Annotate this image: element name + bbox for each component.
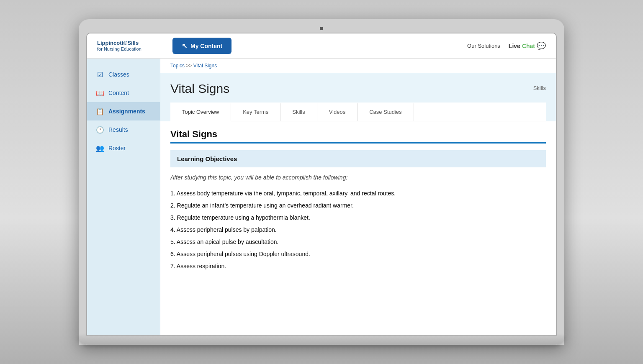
learning-objectives-title: Learning Objectives — [177, 155, 539, 162]
sidebar-item-assignments-label: Assignments — [108, 108, 145, 115]
breadcrumb-separator: >> — [186, 63, 192, 69]
learning-objectives-box: Learning Objectives — [170, 150, 546, 167]
my-content-button[interactable]: ↖ My Content — [172, 38, 231, 54]
content-icon: 📖 — [96, 89, 104, 97]
sidebar-item-roster[interactable]: 👥 Roster — [87, 139, 160, 157]
logo-title: Lippincott®Sills — [97, 40, 164, 46]
sidebar-item-roster-label: Roster — [108, 145, 126, 151]
sidebar-item-results-label: Results — [108, 126, 128, 133]
livechat-live: Live — [509, 43, 520, 49]
sidebar-item-content-label: Content — [108, 90, 129, 96]
tab-case-studies[interactable]: Case Studies — [358, 103, 414, 121]
logo: Lippincott®Sills for Nursing Education — [97, 40, 164, 52]
tab-skills[interactable]: Skills — [280, 103, 317, 121]
list-item: 4. Assess peripheral pulses by palpation… — [170, 224, 546, 236]
sidebar-item-assignments[interactable]: 📋 Assignments — [87, 102, 160, 120]
tab-topic-overview[interactable]: Topic Overview — [170, 103, 231, 121]
roster-icon: 👥 — [96, 144, 104, 152]
topic-content: Vital Signs Learning Objectives After st… — [160, 121, 556, 282]
livechat-icon: 💬 — [537, 41, 546, 51]
sidebar-item-content[interactable]: 📖 Content — [87, 84, 160, 102]
list-item: 3. Regulate temperature using a hypother… — [170, 212, 546, 224]
objectives-list: 1. Assess body temperature via the oral,… — [170, 187, 546, 272]
assignments-icon: 📋 — [96, 107, 104, 115]
sidebar-item-classes[interactable]: ☑ Classes — [87, 65, 160, 84]
header: Lippincott®Sills for Nursing Education ↖… — [87, 33, 556, 59]
main-body: ☑ Classes 📖 Content 📋 Assignments 🕐 Resu… — [87, 59, 556, 335]
classes-icon: ☑ — [96, 70, 104, 79]
sidebar: ☑ Classes 📖 Content 📋 Assignments 🕐 Resu… — [87, 59, 160, 335]
results-icon: 🕐 — [96, 126, 104, 134]
my-content-label: My Content — [190, 43, 222, 49]
list-item: 6. Assess peripheral pulses using Dopple… — [170, 248, 546, 260]
livechat[interactable]: LiveChat 💬 — [509, 41, 546, 51]
cursor-icon: ↖ — [182, 42, 187, 50]
page-title: Vital Signs — [170, 82, 229, 96]
tabs: Topic Overview Key Terms Skills Videos — [170, 103, 546, 121]
intro-text: After studying this topic, you will be a… — [170, 174, 546, 181]
sidebar-item-results[interactable]: 🕐 Results — [87, 120, 160, 139]
list-item: 2. Regulate an infant’s temperature usin… — [170, 200, 546, 212]
breadcrumb-topics[interactable]: Topics — [170, 63, 185, 69]
our-solutions-link[interactable]: Our Solutions — [467, 43, 500, 49]
list-item: 7. Assess respiration. — [170, 260, 546, 272]
breadcrumb-current[interactable]: Vital Signs — [193, 63, 217, 69]
page-header: Vital Signs Skills Topic Overview Key Te… — [160, 73, 556, 121]
livechat-chat: Chat — [522, 43, 535, 49]
blue-divider — [170, 142, 546, 144]
list-item: 1. Assess body temperature via the oral,… — [170, 187, 546, 200]
topic-heading: Vital Signs — [170, 121, 546, 142]
skills-label: Skills — [533, 82, 546, 91]
content-area: Topics >> Vital Signs Vital Signs Skills — [160, 59, 556, 335]
breadcrumb: Topics >> Vital Signs — [160, 59, 556, 73]
tab-videos[interactable]: Videos — [317, 103, 358, 121]
logo-subtitle: for Nursing Education — [97, 46, 164, 52]
tab-key-terms[interactable]: Key Terms — [231, 103, 280, 121]
sidebar-item-classes-label: Classes — [108, 71, 129, 78]
list-item: 5. Assess an apical pulse by auscultatio… — [170, 236, 546, 248]
header-links: Our Solutions LiveChat 💬 — [467, 41, 546, 51]
